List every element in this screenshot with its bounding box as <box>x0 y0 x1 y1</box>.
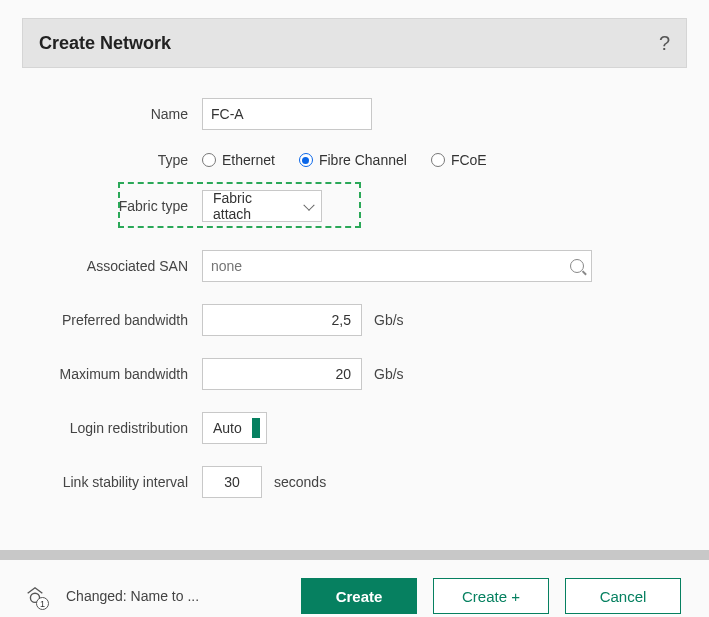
type-ethernet-radio[interactable]: Ethernet <box>202 152 275 168</box>
radio-dot-icon <box>302 157 309 164</box>
fabric-type-label: Fabric type <box>42 198 202 214</box>
maximum-bandwidth-input[interactable] <box>202 358 362 390</box>
search-icon[interactable] <box>570 259 584 273</box>
dialog-title: Create Network <box>39 33 171 54</box>
history-badge: 1 <box>36 597 49 610</box>
login-redistribution-toggle[interactable]: Auto <box>202 412 267 444</box>
create-button[interactable]: Create <box>301 578 417 614</box>
associated-san-input[interactable] <box>202 250 592 282</box>
changed-status: Changed: Name to ... <box>66 588 199 604</box>
preferred-bandwidth-input[interactable] <box>202 304 362 336</box>
name-input[interactable] <box>202 98 372 130</box>
link-stability-label: Link stability interval <box>42 474 202 490</box>
maximum-bandwidth-unit: Gb/s <box>374 366 404 382</box>
dialog-footer: 1 Changed: Name to ... Create Create + C… <box>0 570 709 617</box>
name-label: Name <box>42 106 202 122</box>
toggle-bar-icon <box>252 418 260 438</box>
preferred-bandwidth-unit: Gb/s <box>374 312 404 328</box>
history-icon[interactable]: 1 <box>24 585 46 607</box>
associated-san-label: Associated SAN <box>42 258 202 274</box>
footer-separator <box>0 550 709 560</box>
type-fcoe-radio[interactable]: FCoE <box>431 152 487 168</box>
radio-circle-icon <box>431 153 445 167</box>
login-redistribution-label: Login redistribution <box>42 420 202 436</box>
radio-circle-selected-icon <box>299 153 313 167</box>
toggle-value: Auto <box>213 420 242 436</box>
maximum-bandwidth-label: Maximum bandwidth <box>42 366 202 382</box>
radio-label: FCoE <box>451 152 487 168</box>
radio-circle-icon <box>202 153 216 167</box>
chevron-down-icon <box>303 200 314 211</box>
form-area: Name Type Ethernet Fibre Channel FCoE <box>22 68 687 530</box>
type-fibrechannel-radio[interactable]: Fibre Channel <box>299 152 407 168</box>
type-radio-group: Ethernet Fibre Channel FCoE <box>202 152 487 168</box>
radio-label: Fibre Channel <box>319 152 407 168</box>
cancel-button[interactable]: Cancel <box>565 578 681 614</box>
link-stability-unit: seconds <box>274 474 326 490</box>
link-stability-input[interactable] <box>202 466 262 498</box>
type-label: Type <box>42 152 202 168</box>
preferred-bandwidth-label: Preferred bandwidth <box>42 312 202 328</box>
radio-label: Ethernet <box>222 152 275 168</box>
create-plus-button[interactable]: Create + <box>433 578 549 614</box>
fabric-type-select[interactable]: Fabric attach <box>202 190 322 222</box>
select-value: Fabric attach <box>213 190 293 222</box>
help-icon[interactable]: ? <box>659 32 670 55</box>
dialog-header: Create Network ? <box>22 18 687 68</box>
